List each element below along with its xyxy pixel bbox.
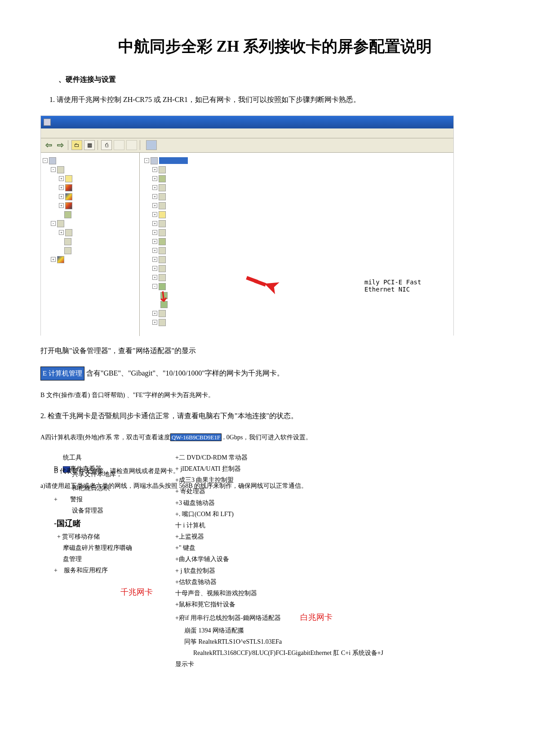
expander-icon[interactable]: - [43, 158, 48, 163]
tree-item-gigabit-nic: RealtekRTL3168CCF)/8LUC(F)FCI-EGigabitEt… [175, 647, 510, 659]
tool-icon [57, 166, 64, 173]
node-icon [64, 247, 71, 254]
tree-item: + 服务和应用程序 [54, 565, 157, 576]
devmgr-icon [64, 211, 71, 218]
node-icon [65, 229, 72, 236]
expander-icon[interactable]: + [152, 194, 157, 199]
expander-icon[interactable]: - [51, 167, 56, 172]
expander-icon[interactable]: + [152, 311, 157, 316]
expander-icon[interactable]: + [59, 194, 64, 199]
app-icon [44, 119, 51, 126]
tree-item: 十 i 计算机 [175, 520, 510, 531]
expander-icon[interactable]: + [152, 320, 157, 325]
text-after-screenshot: 打开电脑"设备管理器"，查看"网络适配器"的显示 [40, 345, 510, 358]
menubar [41, 128, 453, 138]
selected-node[interactable] [159, 157, 188, 164]
text: 含有"GBE"、"Gibagit"、"10/100/1000"字样的网卡为千兆网… [86, 369, 284, 377]
tree-item: 设备背理器 [54, 505, 157, 516]
tree-item: +3 磁盘驰动器 [175, 497, 510, 508]
folder-icon [65, 202, 72, 209]
window-titlebar [41, 116, 453, 128]
expander-icon[interactable]: + [152, 176, 157, 181]
tree-item: 摩磁盘碎片整理程序嚼确 [54, 542, 157, 553]
expander-icon[interactable]: - [152, 284, 157, 289]
expander-icon[interactable]: + [59, 203, 64, 208]
left-tree-pane: - - + + + + - + + [41, 153, 140, 336]
ethernet-nic-label: mily PCI-E Fast Ethernet NIC [364, 279, 453, 293]
device-icon [159, 229, 166, 236]
expander-icon[interactable]: + [152, 212, 157, 217]
tree-item: +估软盘驰动器 [175, 576, 510, 588]
node-icon [64, 238, 71, 245]
tree-item: +二 DVD/CD-RDM 常动器 [175, 452, 510, 463]
device-icon [159, 319, 166, 326]
expander-icon[interactable]: - [144, 158, 149, 163]
tree-item: 崩蛋 1394 网络适配攥 [175, 625, 510, 636]
selected-computer-code: QW-16B9CBD9E1F [170, 433, 222, 441]
expander-icon[interactable]: + [152, 248, 157, 253]
folder-icon [65, 193, 72, 200]
disabled-btn [126, 140, 137, 150]
tree-header: -国辽睹 [54, 516, 157, 531]
item-2: 2. 检查千兆网卡是否暨航同步卡通信正常，请查看电脑右下角"本地连接"的状态。 [40, 410, 510, 423]
separator [140, 140, 141, 150]
properties-icon[interactable]: ▦ [84, 140, 95, 150]
separator [98, 140, 98, 150]
tree-item: + j 软盘控制器 [175, 565, 510, 576]
tree-item: +成三3 曲果主控制盟 [175, 474, 510, 486]
help-icon[interactable] [146, 140, 157, 150]
back-icon[interactable]: ⇦ [44, 140, 53, 150]
device-icon [159, 247, 166, 254]
expander-icon[interactable]: + [152, 257, 157, 262]
tree-item: 十母声音、视频和游戏控制器 [175, 588, 510, 599]
device-icon [159, 211, 166, 218]
tree-item: + 寄处理器 [175, 486, 510, 497]
line-a: A四计算机表理(外地)作系 常，双击可查看速度QW-16B9CBD9E1F . … [40, 432, 510, 443]
device-icon [159, 202, 166, 209]
annotation-gigabit: 千兆网卡 [54, 585, 157, 599]
separator [68, 140, 69, 150]
folder-icon [65, 184, 72, 191]
expander-icon[interactable]: - [51, 221, 56, 226]
document-title: 中航同步全彩 ZH 系列接收卡的屏参配置说明 [40, 36, 510, 57]
tree-item: 统工具 [54, 452, 157, 463]
right-tree-pane: - + + + + + + + + + + + + + - + + ↘ ➤━━ … [140, 153, 453, 336]
computer-management-label: E 计算机管理 [40, 367, 84, 380]
section-label: 、硬件连接与设置 [58, 75, 510, 84]
expander-icon[interactable]: + [152, 239, 157, 244]
forward-icon[interactable]: ⇨ [55, 140, 65, 150]
disabled-btn [114, 140, 124, 150]
expander-icon[interactable]: + [152, 167, 157, 172]
expander-icon[interactable]: + [51, 257, 56, 262]
up-folder-icon[interactable]: 🗀 [71, 140, 82, 150]
device-icon [159, 256, 166, 263]
text: A四计算机表理(外地)作系 常，双击可查看速度 [40, 434, 170, 441]
expander-icon[interactable]: + [152, 230, 157, 235]
overlap-line-2: B 文件(操作/查看) 音口呀帮助) 、"FE"字样的网卡为百兆网卡。 [40, 389, 510, 401]
text: . 0Gbps，我们可进入软件设置。 [222, 434, 312, 441]
expander-icon[interactable]: + [59, 230, 64, 235]
tree-item: +" 键盘 [175, 542, 510, 553]
computer-icon [49, 157, 56, 164]
expander-icon[interactable]: + [152, 221, 157, 226]
expander-icon[interactable]: + [59, 176, 64, 181]
tree-item: +. 嘴口(COM 和 LFT) [175, 508, 510, 520]
overlap-line-1: E 计算机管理 含有"GBE"、"Gibagit"、"10/100/1000"字… [40, 367, 510, 380]
expander-icon[interactable]: + [152, 203, 157, 208]
expander-icon[interactable]: + [152, 275, 157, 280]
device-icon [159, 274, 166, 281]
expander-icon[interactable]: + [152, 266, 157, 271]
item-1: 1. 请使用千兆网卡控制 ZH-CR75 或 ZH-CR1，如已有网卡，我们可以… [49, 93, 510, 106]
tree-item: + 警报 [54, 494, 157, 505]
tree-item: + 赏可移动存储 [54, 531, 157, 542]
tree-item: +曲人体学辅入设备 [175, 553, 510, 565]
tree-item: +上监视器 [175, 531, 510, 542]
services-icon [57, 256, 64, 263]
tree-item-network-adapter: +府if 用串行总线控制器-鋤网络适配器 白兆网卡 [175, 610, 510, 624]
expander-icon[interactable]: + [152, 185, 157, 190]
expander-icon[interactable]: + [59, 185, 64, 190]
printer-icon[interactable] [101, 140, 112, 150]
device-icon [159, 184, 166, 191]
device-icon [159, 238, 166, 245]
computer-icon [151, 157, 158, 164]
